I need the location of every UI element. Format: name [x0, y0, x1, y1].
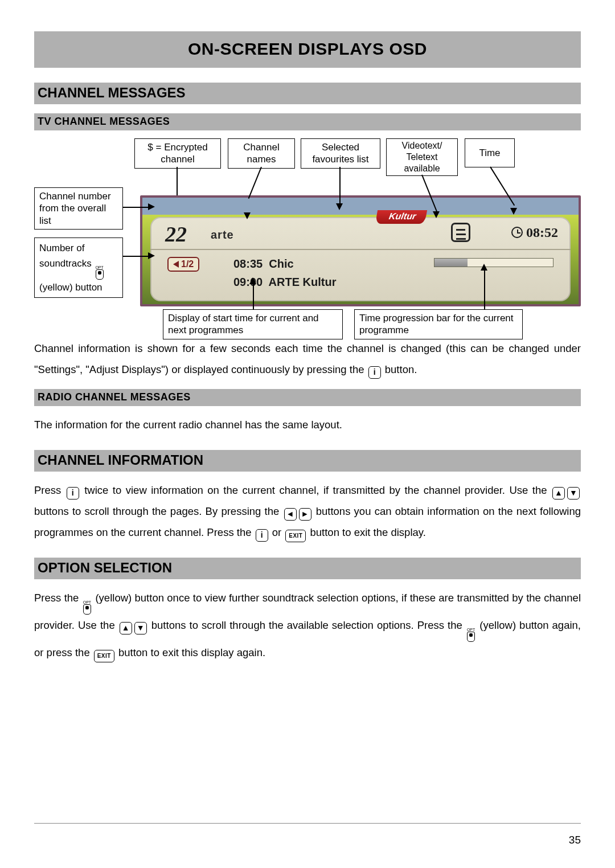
up-button-icon: ▲	[552, 487, 565, 499]
osd-time: 08:52	[511, 225, 558, 240]
exit-button-icon: EXIT	[94, 650, 114, 662]
up-button-icon: ▲	[120, 622, 132, 634]
teletext-icon	[451, 223, 470, 242]
heading-channel-information: CHANNEL INFORMATION	[34, 450, 581, 472]
label-channel-names: Channel names	[228, 138, 295, 169]
opt-icon: OPT	[83, 600, 91, 615]
paragraph-radio: The information for the current radio ch…	[34, 414, 581, 435]
clock-icon	[511, 227, 523, 238]
info-button-icon: i	[67, 487, 79, 499]
label-teletext: Videotext/ Teletext available	[386, 138, 458, 176]
info-button-icon: i	[256, 529, 268, 542]
label-progress: Time progression bar for the current pro…	[354, 309, 523, 339]
footer-rule	[34, 823, 581, 824]
osd-channel-number: 22	[165, 222, 187, 247]
left-button-icon: ◄	[284, 508, 297, 521]
right-button-icon: ►	[299, 508, 311, 521]
heading-tv-channel-messages: TV CHANNEL MESSAGES	[34, 113, 581, 130]
osd-favourite-badge: Kultur	[375, 210, 427, 224]
label-favourites: Selected favourites list	[301, 138, 380, 169]
heading-channel-messages: CHANNEL MESSAGES	[34, 83, 581, 104]
page-number: 35	[569, 834, 581, 846]
osd-soundtrack-count: 1/2	[167, 257, 199, 272]
down-button-icon: ▼	[134, 622, 147, 634]
opt-icon: OPT	[467, 628, 475, 642]
heading-option-selection: OPTION SELECTION	[34, 558, 581, 579]
down-button-icon: ▼	[567, 487, 580, 499]
page-title: ON-SCREEN DISPLAYS OSD	[34, 31, 581, 68]
paragraph-channel-info: Channel information is shown for a few s…	[34, 338, 581, 380]
osd-progress-bar	[434, 258, 554, 267]
label-time: Time	[465, 138, 515, 167]
opt-icon: OPT	[95, 265, 103, 280]
osd-diagram: $ = Encrypted channel Channel names Sele…	[34, 138, 581, 338]
label-soundtracks-post: (yellow) button	[39, 282, 102, 293]
exit-button-icon: EXIT	[285, 530, 306, 542]
label-soundtracks: Number of soundtracks OPT (yellow) butto…	[34, 238, 123, 298]
paragraph-channel-information: Press i twice to view information on the…	[34, 480, 581, 543]
label-channel-number: Channel number from the overall list	[34, 187, 123, 230]
label-encrypted: $ = Encrypted channel	[134, 138, 221, 169]
info-button-icon: i	[368, 366, 381, 379]
heading-radio-channel-messages: RADIO CHANNEL MESSAGES	[34, 389, 581, 406]
osd-channel-name: arte	[211, 228, 234, 241]
speaker-icon	[173, 261, 179, 268]
label-soundtracks-pre: Number of soundtracks	[39, 243, 94, 269]
label-start-time: Display of start time for current and ne…	[163, 309, 343, 339]
osd-programme-list: 08:35 Chic 09:00 ARTE Kultur	[233, 255, 336, 291]
paragraph-option-selection: Press the OPT (yellow) button once to vi…	[34, 587, 581, 663]
